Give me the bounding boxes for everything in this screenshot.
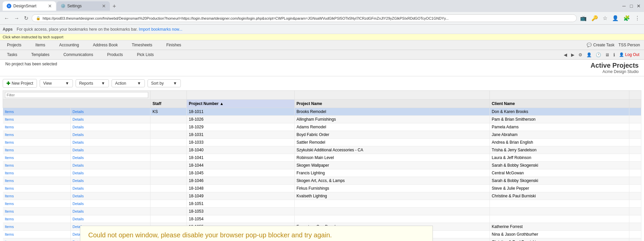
close-button[interactable]: ✕	[636, 3, 641, 9]
items-link[interactable]: Items	[3, 123, 71, 131]
details-link[interactable]: Details	[70, 200, 150, 208]
back-button[interactable]: ←	[3, 14, 11, 23]
items-link[interactable]: Items	[3, 200, 71, 208]
nav-accounting[interactable]: Accounting	[52, 40, 86, 50]
view-dropdown[interactable]: View ▼	[40, 79, 73, 87]
details-link[interactable]: Details	[70, 215, 150, 223]
number-cell: 18-1054	[187, 215, 295, 223]
items-link[interactable]: Items	[3, 131, 71, 139]
nav-projects[interactable]: Projects	[0, 40, 28, 50]
bookmarks-hint: For quick access, place your bookmarks h…	[17, 27, 138, 32]
items-link[interactable]: Items	[3, 231, 71, 238]
details-link[interactable]: Details	[70, 177, 150, 185]
extra-cell	[629, 139, 641, 146]
details-link[interactable]: Details	[70, 185, 150, 192]
import-bookmarks-link[interactable]: Import bookmarks now...	[139, 27, 182, 32]
items-link[interactable]: Items	[3, 139, 71, 146]
details-link[interactable]: Details	[70, 139, 150, 146]
items-link[interactable]: Items	[3, 177, 71, 185]
tab-designsmart[interactable]: D DesignSmart ✕	[3, 1, 56, 11]
tss-person-label: TSS Person	[618, 43, 640, 47]
items-link[interactable]: Items	[3, 116, 71, 123]
nav-templates[interactable]: Templates	[24, 50, 57, 59]
column-header-row: Staff Project Number ▲ Project Name Clie…	[3, 100, 641, 108]
nav-address-book[interactable]: Address Book	[86, 40, 125, 50]
details-link[interactable]: Details	[70, 208, 150, 215]
reports-dropdown[interactable]: Reports ▼	[76, 79, 109, 87]
info-icon[interactable]: ℹ	[613, 52, 616, 58]
new-tab-button[interactable]: +	[111, 2, 118, 11]
staff-cell	[150, 154, 186, 162]
col-header-staff[interactable]: Staff	[150, 100, 186, 108]
items-link[interactable]: Items	[3, 223, 71, 231]
items-link[interactable]: Items	[3, 238, 71, 241]
details-link[interactable]: Details	[70, 162, 150, 169]
table-row: Items Details 18-1053	[3, 208, 641, 215]
popup-warning: Could not open window, please disable yo…	[80, 226, 433, 241]
maximize-button[interactable]: □	[629, 3, 634, 9]
filter-row	[3, 91, 641, 100]
items-link[interactable]: Items	[3, 146, 71, 154]
details-link[interactable]: Details	[70, 146, 150, 154]
details-link[interactable]: Details	[70, 116, 150, 123]
tab-close-designsmart[interactable]: ✕	[48, 3, 52, 9]
nav-bar-bottom: Tasks Templates Communications Products …	[0, 50, 161, 59]
star-icon[interactable]: ☆	[601, 14, 609, 23]
profile-icon[interactable]: 👤	[611, 14, 620, 23]
minimize-button[interactable]: ─	[621, 3, 627, 9]
col-header-name[interactable]: Project Name	[294, 100, 489, 108]
logout-button[interactable]: 👤 Log Out	[618, 52, 640, 58]
apps-button[interactable]: Apps	[3, 27, 13, 32]
table-row: Items Details 18-1033 Sattler Remodel An…	[3, 139, 641, 146]
table-row: Items Details 18-1045 Francis Lighting C…	[3, 169, 641, 177]
details-link[interactable]: Details	[70, 154, 150, 162]
address-bar[interactable]: 🔒 https://prod03.thesmartdesigner.com/fm…	[32, 14, 577, 22]
new-project-button[interactable]: ✚ New Project	[3, 79, 37, 88]
items-link[interactable]: Items	[3, 169, 71, 177]
nav-left-icon[interactable]: ◀	[563, 52, 568, 58]
details-link[interactable]: Details	[70, 169, 150, 177]
nav-products[interactable]: Products	[100, 50, 130, 59]
reload-button[interactable]: ↻	[23, 14, 30, 23]
clock-icon[interactable]: 🕐	[595, 52, 602, 58]
details-link[interactable]: Details	[70, 108, 150, 116]
items-link[interactable]: Items	[3, 192, 71, 200]
nav-right-icon[interactable]: ▶	[570, 52, 575, 58]
forward-button[interactable]: →	[13, 14, 21, 23]
nav-communications[interactable]: Communications	[56, 50, 100, 59]
details-link[interactable]: Details	[70, 192, 150, 200]
items-link[interactable]: Items	[3, 215, 71, 223]
tab-settings[interactable]: ⚙️ Settings ✕	[57, 1, 110, 11]
details-link[interactable]: Details	[70, 123, 150, 131]
cast-icon[interactable]: 📺	[579, 14, 588, 23]
tab-close-settings[interactable]: ✕	[102, 3, 106, 9]
items-link[interactable]: Items	[3, 185, 71, 192]
items-link[interactable]: Items	[3, 162, 71, 169]
user-circle-icon[interactable]: 👤	[586, 52, 592, 58]
menu-icon[interactable]: ⋮	[633, 14, 641, 23]
nav-pick-lists[interactable]: Pick Lists	[130, 50, 161, 59]
key-icon[interactable]: 🔑	[590, 14, 599, 23]
reports-chevron-icon: ▼	[101, 81, 105, 86]
nav-finishes[interactable]: Finishes	[159, 40, 188, 50]
details-link[interactable]: Details	[70, 131, 150, 139]
tech-support-bar[interactable]: Click when instructed by tech support	[0, 34, 644, 40]
filter-input[interactable]	[5, 92, 148, 98]
nav-timesheets[interactable]: Timesheets	[125, 40, 160, 50]
col-header-number[interactable]: Project Number ▲	[187, 100, 295, 108]
nav-items[interactable]: Items	[28, 40, 52, 50]
items-link[interactable]: Items	[3, 154, 71, 162]
items-link[interactable]: Items	[3, 108, 71, 116]
monitor-icon[interactable]: 🖥	[604, 52, 610, 58]
action-dropdown[interactable]: Action ▼	[112, 79, 145, 87]
nav-tasks[interactable]: Tasks	[0, 50, 24, 59]
extra-cell	[629, 108, 641, 116]
content-area: ✚ New Project View ▼ Reports ▼ Action ▼ …	[0, 76, 644, 241]
gear-icon[interactable]: ⚙	[578, 52, 583, 58]
sort-dropdown[interactable]: Sort by ▼	[148, 79, 181, 87]
col-header-client[interactable]: Client Name	[489, 100, 629, 108]
create-task-button[interactable]: 💬 Create Task	[586, 42, 615, 48]
extension-icon[interactable]: 🧩	[622, 14, 631, 23]
items-link[interactable]: Items	[3, 208, 71, 215]
extra-cell	[629, 185, 641, 192]
